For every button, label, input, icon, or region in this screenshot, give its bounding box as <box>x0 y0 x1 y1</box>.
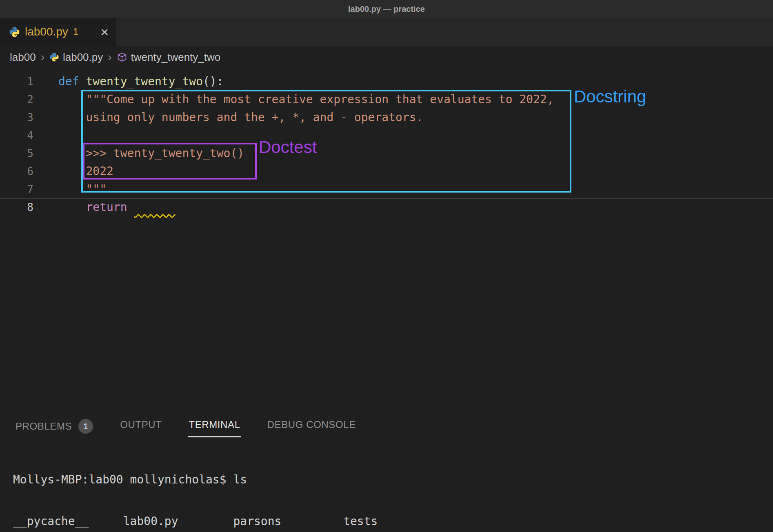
panel-tab-label: DEBUG CONSOLE <box>267 419 356 430</box>
chevron-right-icon: › <box>41 51 44 64</box>
code-editor[interactable]: 1 def twenty_twenty_two(): 2 """Come up … <box>0 69 773 409</box>
code-line-4[interactable]: 4 <box>0 126 773 144</box>
code-line-2[interactable]: 2 """Come up with the most creative expr… <box>0 91 773 109</box>
line-number[interactable]: 1 <box>0 73 33 91</box>
python-icon <box>49 52 59 62</box>
line-number[interactable]: 3 <box>0 109 33 126</box>
code-text: 2022 <box>58 162 113 180</box>
tab-label: lab00.py <box>25 25 68 38</box>
close-icon[interactable]: × <box>100 25 109 39</box>
panel-tab-bar: PROBLEMS 1 OUTPUT TERMINAL DEBUG CONSOLE <box>0 409 773 442</box>
code-text: return <box>58 199 175 216</box>
terminal[interactable]: Mollys-MBP:lab00 mollynicholas$ ls __pyc… <box>13 445 384 532</box>
chevron-right-icon: › <box>108 51 111 64</box>
tab-dirty-count: 1 <box>73 26 78 38</box>
token-docstring: """Come up with the most creative expres… <box>58 93 554 106</box>
missing-expression-squiggle <box>134 200 175 214</box>
symbol-namespace-icon <box>117 52 127 62</box>
code-text: >>> twenty_twenty_two() <box>58 144 244 162</box>
indent-guide <box>59 159 59 285</box>
code-line-8-current[interactable]: 8 return <box>0 198 773 216</box>
python-icon <box>9 27 20 38</box>
tab-terminal[interactable]: TERMINAL <box>188 409 241 437</box>
token-indent <box>58 200 86 214</box>
code-text: def twenty_twenty_two(): <box>58 73 224 91</box>
breadcrumb-item-folder[interactable]: lab00 <box>10 51 36 64</box>
code-text: """ <box>58 180 107 198</box>
tab-lab00py[interactable]: lab00.py 1 × <box>0 18 116 46</box>
titlebar: lab00.py — practice <box>0 0 773 18</box>
bottom-panel: PROBLEMS 1 OUTPUT TERMINAL DEBUG CONSOLE… <box>0 409 773 532</box>
line-number[interactable]: 7 <box>0 180 33 198</box>
code-text: using only numbers and the +, *, and - o… <box>58 109 423 126</box>
line-number[interactable]: 4 <box>0 126 33 144</box>
code-line-3[interactable]: 3 using only numbers and the +, *, and -… <box>0 109 773 126</box>
panel-tab-label: PROBLEMS <box>16 421 72 432</box>
tab-bar: lab00.py 1 × <box>0 18 773 46</box>
breadcrumb: lab00 › lab00.py › twenty_twenty_two <box>0 46 773 69</box>
tab-problems[interactable]: PROBLEMS 1 <box>15 409 94 439</box>
code-line-6[interactable]: 6 2022 <box>0 162 773 180</box>
panel-tab-label: OUTPUT <box>120 419 162 430</box>
tab-output[interactable]: OUTPUT <box>119 409 162 436</box>
line-number[interactable]: 2 <box>0 91 33 109</box>
token-keyword-return: return <box>86 200 134 214</box>
token-function-name: twenty_twenty_two <box>86 75 203 88</box>
token-docstring-close: """ <box>58 182 107 196</box>
window-title: lab00.py — practice <box>348 4 425 14</box>
token-doctest-call: >>> twenty_twenty_two() <box>58 146 244 160</box>
line-number[interactable]: 6 <box>0 162 33 180</box>
code-line-7[interactable]: 7 """ <box>0 180 773 198</box>
token-doctest-result: 2022 <box>58 164 113 178</box>
token-punctuation: (): <box>203 75 224 88</box>
terminal-line: Mollys-MBP:lab00 mollynicholas$ ls <box>13 473 384 487</box>
code-line-5[interactable]: 5 >>> twenty_twenty_two() <box>0 144 773 162</box>
breadcrumb-item-file[interactable]: lab00.py <box>63 51 103 64</box>
token-docstring: using only numbers and the +, *, and - o… <box>58 111 423 124</box>
breadcrumb-item-symbol[interactable]: twenty_twenty_two <box>131 51 221 64</box>
panel-tab-label: TERMINAL <box>189 419 240 430</box>
line-number[interactable]: 5 <box>0 144 33 162</box>
line-number[interactable]: 8 <box>0 199 33 216</box>
code-line-1[interactable]: 1 def twenty_twenty_two(): <box>0 73 773 91</box>
token-keyword-def: def <box>58 75 86 88</box>
code-text: """Come up with the most creative expres… <box>58 91 554 109</box>
terminal-line: __pycache__ lab00.py parsons tests <box>13 514 384 528</box>
problems-count-badge: 1 <box>78 419 93 434</box>
tab-debug-console[interactable]: DEBUG CONSOLE <box>267 409 357 436</box>
